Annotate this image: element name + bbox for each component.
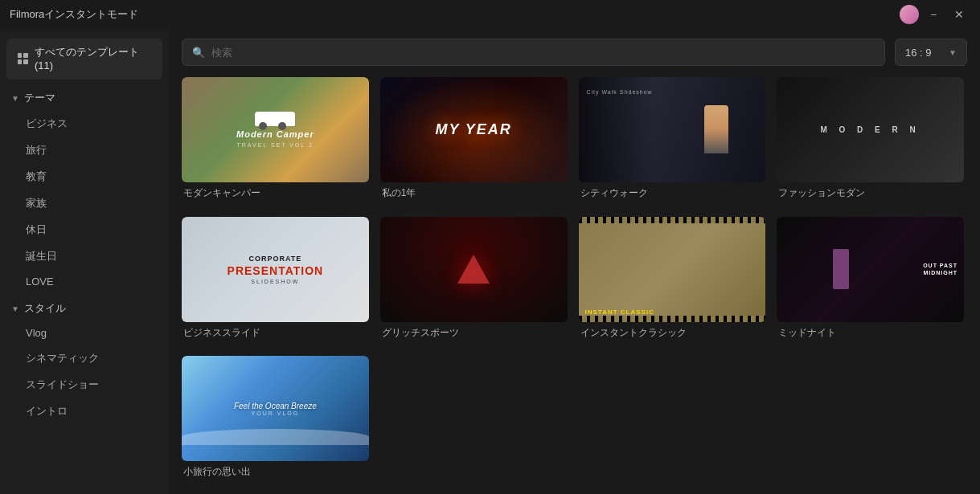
template-card-my-year[interactable]: MY YEAR 私の1年 [380,77,568,206]
sidebar-item-cinematic[interactable]: シネマティック [5,345,164,371]
van-icon [255,112,295,126]
all-templates-button[interactable]: すべてのテンプレート (11) [6,39,162,80]
modern-camper-subtitle-text: TRAVEL SET VOL.2 [237,142,314,148]
template-label-ocean-breeze: 小旅行の思い出 [182,465,369,479]
sidebar-item-birthday[interactable]: 誕生日 [5,243,164,269]
sidebar-item-holiday[interactable]: 休日 [5,217,164,243]
template-thumb-modern-camper: Modern Camper TRAVEL SET VOL.2 [182,77,369,182]
template-label-fashion-modern: ファッションモダン [777,186,964,200]
template-card-city-walk[interactable]: City Walk Slideshow シティウォーク [579,77,766,206]
sidebar-item-travel[interactable]: 旅行 [5,137,164,163]
dropdown-arrow-icon: ▼ [949,48,957,57]
theme-section-header[interactable]: ▼ テーマ [0,86,169,110]
biz-slide-title: CORPORATE [248,255,301,263]
template-card-ocean-breeze[interactable]: Feel the Ocean Breeze YOUR VLOG 小旅行の思い出 [182,356,369,484]
theme-section: ▼ テーマ ビジネス 旅行 教育 家族 休日 誕生日 LOVE [0,86,169,293]
title-bar: Filmoraインスタントモード − ✕ [0,0,980,29]
template-label-glitch-sport: グリッチスポーツ [380,326,568,340]
template-thumb-ocean-breeze: Feel the Ocean Breeze YOUR VLOG [182,356,369,461]
ocean-breeze-sub: YOUR VLOG [252,410,300,416]
template-card-instant-classic[interactable]: INSTANT CLASSIC インスタントクラシック [579,217,766,345]
template-thumb-fashion-modern: M O D E R N [777,77,964,182]
biz-slide-sub: PRESENTATION [228,264,324,277]
sidebar-item-vlog[interactable]: Vlog [5,321,164,345]
sidebar-item-education[interactable]: 教育 [5,164,164,190]
search-bar: 🔍 16 : 9 ▼ [182,39,967,66]
midnight-text: OUT PASTMIDNIGHT [923,262,957,276]
glitch-triangle-icon [457,255,490,284]
all-templates-label: すべてのテンプレート (11) [35,45,151,71]
grid-icon [18,53,28,64]
fashion-modern-text: M O D E R N [820,125,920,134]
template-card-glitch-sport[interactable]: グリッチスポーツ [380,217,568,345]
minimize-button[interactable]: − [922,3,945,26]
instant-classic-label: INSTANT CLASSIC [585,308,654,316]
theme-section-label: テーマ [24,91,55,105]
modern-camper-title-text: Modern Camper [236,129,314,139]
theme-chevron-icon: ▼ [11,94,19,103]
sidebar-item-business[interactable]: ビジネス [5,111,164,137]
midnight-person [833,249,849,289]
film-strips-bottom [579,316,766,322]
style-chevron-icon: ▼ [11,304,19,313]
template-label-modern-camper: モダンキャンパー [182,186,369,200]
city-walk-person [704,105,728,153]
style-section-header[interactable]: ▼ スタイル [0,296,169,320]
city-walk-overlay-text: City Walk Slideshow [587,89,653,95]
app-title: Filmoraインスタントモード [10,7,138,22]
style-section: ▼ スタイル Vlog シネマティック スライドショー イントロ [0,296,169,424]
biz-slide-sub2: SLIDESHOW [251,279,299,284]
sidebar-item-family[interactable]: 家族 [5,190,164,216]
aspect-ratio-dropdown[interactable]: 16 : 9 ▼ [895,39,967,66]
template-thumb-instant-classic: INSTANT CLASSIC [579,217,766,322]
template-label-instant-classic: インスタントクラシック [579,326,766,340]
template-thumb-city-walk: City Walk Slideshow [579,77,766,182]
search-input-wrapper: 🔍 [182,39,885,66]
template-card-fashion-modern[interactable]: M O D E R N ファッションモダン [777,77,964,206]
ocean-wave [182,429,369,445]
search-icon: 🔍 [192,47,205,59]
search-input[interactable] [211,47,875,59]
title-bar-controls: − ✕ [900,3,970,26]
sidebar-item-intro[interactable]: イントロ [5,398,164,424]
close-button[interactable]: ✕ [948,3,970,26]
title-bar-left: Filmoraインスタントモード [10,7,138,22]
template-label-my-year: 私の1年 [380,186,568,200]
aspect-ratio-value: 16 : 9 [905,47,932,59]
film-strips-top [579,217,766,223]
template-thumb-my-year: MY YEAR [380,77,568,182]
template-thumb-business-slide: CORPORATE PRESENTATION SLIDESHOW [182,217,369,322]
my-year-text: MY YEAR [435,121,511,138]
template-thumb-midnight: OUT PASTMIDNIGHT [777,217,964,322]
template-card-modern-camper[interactable]: Modern Camper TRAVEL SET VOL.2 モダンキャンパー [182,77,369,206]
sidebar-item-slideshow[interactable]: スライドショー [5,372,164,398]
ocean-text-group: Feel the Ocean Breeze YOUR VLOG [234,402,317,416]
style-section-label: スタイル [24,301,66,316]
avatar[interactable] [900,5,919,24]
template-thumb-glitch-sport [380,217,568,322]
template-grid: Modern Camper TRAVEL SET VOL.2 モダンキャンパー … [182,77,967,484]
ocean-breeze-title: Feel the Ocean Breeze [234,402,317,410]
template-label-business-slide: ビジネススライド [182,326,369,340]
template-card-business-slide[interactable]: CORPORATE PRESENTATION SLIDESHOW ビジネススライ… [182,217,369,345]
template-label-midnight: ミッドナイト [777,326,964,340]
template-label-city-walk: シティウォーク [579,186,766,200]
template-card-midnight[interactable]: OUT PASTMIDNIGHT ミッドナイト [777,217,964,345]
sidebar-item-love[interactable]: LOVE [5,270,164,293]
main-layout: すべてのテンプレート (11) ▼ テーマ ビジネス 旅行 教育 家族 休日 誕… [0,29,980,494]
sidebar: すべてのテンプレート (11) ▼ テーマ ビジネス 旅行 教育 家族 休日 誕… [0,29,169,494]
content-area: 🔍 16 : 9 ▼ Modern Camper TRAVEL SET VOL.… [169,29,980,494]
